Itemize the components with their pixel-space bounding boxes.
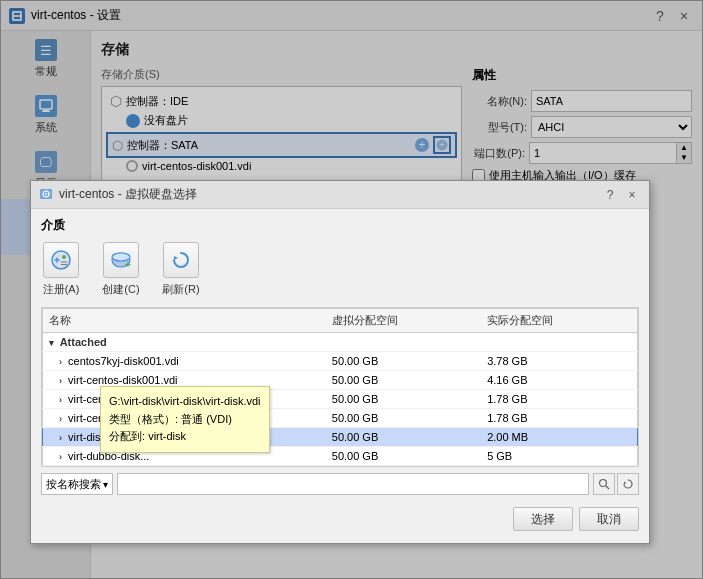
- svg-marker-20: [174, 256, 178, 260]
- dialog-title-text: virt-centos - 虚拟硬盘选择: [59, 186, 197, 203]
- register-icon: [43, 242, 79, 278]
- toolbar: 注册(A) + 创建(C): [41, 242, 639, 297]
- disk-actual-5: 2.00 MB: [481, 428, 637, 447]
- table-row[interactable]: › virtual-trainingcam... 5 GB: [43, 466, 638, 467]
- row-arrow-2: ›: [59, 376, 62, 386]
- svg-point-16: [62, 255, 66, 259]
- dialog-title: virt-centos - 虚拟硬盘选择: [39, 186, 197, 203]
- disk-name-1: › centos7kyj-disk001.vdi: [43, 352, 326, 371]
- dialog-icon: [39, 188, 53, 202]
- search-label: 按名称搜索: [46, 477, 101, 492]
- table-row[interactable]: ▾ Attached: [43, 333, 638, 352]
- expand-arrow: ▾: [49, 338, 54, 348]
- medium-label: 介质: [41, 217, 639, 234]
- create-icon: +: [103, 242, 139, 278]
- table-row[interactable]: › centos7kyj-disk001.vdi 50.00 GB 3.78 G…: [43, 352, 638, 371]
- vdisk-dialog: virt-centos - 虚拟硬盘选择 ? × 介质 注册(A): [30, 180, 650, 544]
- tooltip-type-value: 普通 (VDI): [181, 413, 232, 425]
- register-button[interactable]: 注册(A): [41, 242, 81, 297]
- create-label: 创建(C): [102, 282, 139, 297]
- svg-point-21: [600, 480, 607, 487]
- search-icon: [598, 478, 610, 490]
- refresh-label: 刷新(R): [162, 282, 199, 297]
- group-virtual: [326, 333, 481, 352]
- search-bar: 按名称搜索 ▾: [41, 473, 639, 495]
- svg-line-22: [606, 486, 609, 489]
- search-action-icons: [593, 473, 639, 495]
- group-actual: [481, 333, 637, 352]
- row-arrow-4: ›: [59, 414, 62, 424]
- refresh-small-icon: [622, 478, 634, 490]
- dialog-titlebar: virt-centos - 虚拟硬盘选择 ? ×: [31, 181, 649, 209]
- row-arrow-5: ›: [59, 433, 62, 443]
- cancel-button[interactable]: 取消: [579, 507, 639, 531]
- dialog-help-btn[interactable]: ?: [601, 186, 619, 204]
- disk-virtual-4: 50.00 GB: [326, 409, 481, 428]
- disk-actual-2: 4.16 GB: [481, 371, 637, 390]
- select-button[interactable]: 选择: [513, 507, 573, 531]
- tooltip: G:\virt-disk\virt-disk\virt-disk.vdi 类型（…: [100, 386, 270, 453]
- create-button[interactable]: + 创建(C): [101, 242, 141, 297]
- disk-name-7: › virtual-trainingcam...: [43, 466, 326, 467]
- tooltip-type: 类型（格式）: 普通 (VDI): [109, 411, 261, 429]
- tooltip-alloc-value: virt-disk: [148, 430, 186, 442]
- tooltip-alloc-label: 分配到:: [109, 430, 145, 442]
- search-clear-button[interactable]: [617, 473, 639, 495]
- svg-point-14: [45, 193, 47, 195]
- group-name: ▾ Attached: [43, 333, 326, 352]
- col-actual-header: 实际分配空间: [481, 309, 637, 333]
- tooltip-path: G:\virt-disk\virt-disk\virt-disk.vdi: [109, 393, 261, 411]
- disk-virtual-2: 50.00 GB: [326, 371, 481, 390]
- register-label: 注册(A): [43, 282, 80, 297]
- refresh-icon: [163, 242, 199, 278]
- table-header-row: 名称 虚拟分配空间 实际分配空间: [43, 309, 638, 333]
- disk-actual-4: 1.78 GB: [481, 409, 637, 428]
- dialog-titlebar-buttons: ? ×: [601, 186, 641, 204]
- disk-actual-7: 5 GB: [481, 466, 637, 467]
- disk-virtual-7: [326, 466, 481, 467]
- search-label-wrap: 按名称搜索 ▾: [41, 473, 113, 495]
- disk-actual-1: 3.78 GB: [481, 352, 637, 371]
- disk-virtual-6: 50.00 GB: [326, 447, 481, 466]
- search-go-button[interactable]: [593, 473, 615, 495]
- col-virtual-header: 虚拟分配空间: [326, 309, 481, 333]
- tooltip-alloc: 分配到: virt-disk: [109, 428, 261, 446]
- disk-virtual-3: 50.00 GB: [326, 390, 481, 409]
- svg-text:+: +: [125, 259, 131, 270]
- row-arrow-6: ›: [59, 452, 62, 462]
- disk-virtual-5: 50.00 GB: [326, 428, 481, 447]
- search-input-area: [117, 473, 589, 495]
- row-arrow-3: ›: [59, 395, 62, 405]
- search-input[interactable]: [117, 473, 589, 495]
- disk-actual-6: 5 GB: [481, 447, 637, 466]
- disk-virtual-1: 50.00 GB: [326, 352, 481, 371]
- tooltip-type-label: 类型（格式）:: [109, 413, 178, 425]
- dialog-close-btn[interactable]: ×: [623, 186, 641, 204]
- disk-actual-3: 1.78 GB: [481, 390, 637, 409]
- search-dropdown-arrow[interactable]: ▾: [103, 479, 108, 490]
- row-arrow-1: ›: [59, 357, 62, 367]
- svg-marker-23: [624, 482, 627, 485]
- dialog-actions: 选择 取消: [41, 503, 639, 535]
- refresh-button[interactable]: 刷新(R): [161, 242, 201, 297]
- dialog-body: 介质 注册(A) +: [31, 209, 649, 543]
- col-name-header: 名称: [43, 309, 326, 333]
